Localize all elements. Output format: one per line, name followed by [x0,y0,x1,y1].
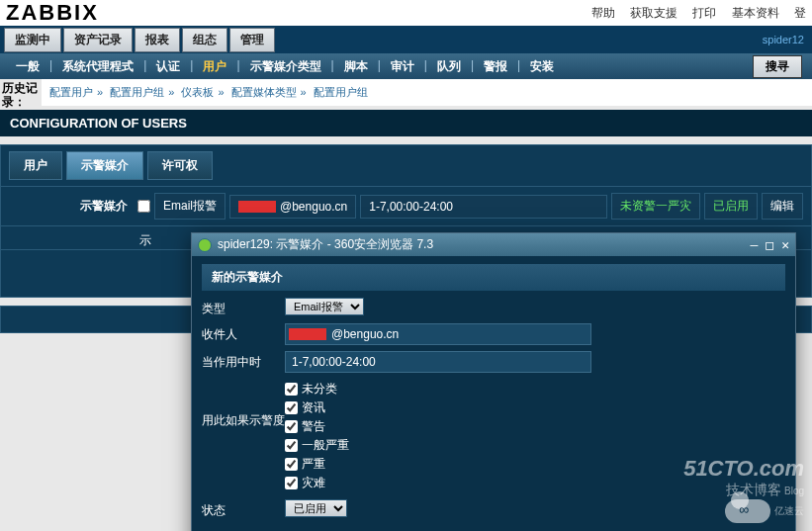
crumb-5[interactable]: 配置用户组 [314,86,368,98]
crumb-3[interactable]: 仪表板 [181,86,214,98]
media-sendto: @benguo.cn [229,195,356,219]
popup-title-text: spider129: 示警媒介 - 360安全浏览器 7.3 [218,236,745,253]
search-button[interactable]: 搜寻 [753,55,802,78]
link-help[interactable]: 帮助 [591,6,615,20]
submenu-general[interactable]: 一般 [10,58,45,75]
media-checkbox[interactable] [137,200,150,213]
submenu-users[interactable]: 用户 [197,58,232,75]
select-status[interactable]: 已启用 [285,499,347,517]
chk-sev-1[interactable] [285,401,298,414]
submenu-audit[interactable]: 审计 [385,58,420,75]
select-type[interactable]: Email报警 [285,298,364,315]
form-header: 新的示警媒介 [202,264,785,291]
tab-media[interactable]: 示警媒介 [66,151,143,180]
popup-titlebar[interactable]: spider129: 示警媒介 - 360安全浏览器 7.3 — □ ✕ [192,233,795,256]
close-icon[interactable]: ✕ [781,237,789,252]
tabs: 用户 示警媒介 许可权 [0,144,812,186]
link-print[interactable]: 打印 [692,6,716,20]
chk-sev-5[interactable] [285,477,298,489]
tab-user[interactable]: 用户 [9,151,62,180]
label-active: 当作用中时 [202,351,285,371]
submenu-queue[interactable]: 队列 [431,58,467,75]
link-login[interactable]: 登 [794,6,806,20]
crumb-2[interactable]: 配置用户组 [110,86,164,98]
top-links: 帮助 获取支援 打印 基本资料 登 [580,5,806,22]
minimize-icon[interactable]: — [751,237,759,252]
sub-menu: 一般| 系统代理程式| 认证| 用户| 示警媒介类型| 脚本| 审计| 队列| … [0,53,812,79]
logo: ZABBIX [6,0,99,26]
media-schedule: 1-7,00:00-24:00 [360,195,607,219]
menu-monitoring[interactable]: 监测中 [4,28,61,52]
page-title: CONFIGURATION OF USERS [0,110,812,136]
media-type: Email报警 [154,193,226,220]
chk-sev-2[interactable] [285,420,298,433]
tab-permissions[interactable]: 许可权 [147,151,213,180]
media-label: 示警媒介 [9,198,128,215]
input-recipient[interactable] [285,323,591,345]
label-type: 类型 [202,298,285,317]
menu-configuration[interactable]: 组态 [182,28,227,52]
spider-label: spider12 [763,34,808,45]
chk-sev-0[interactable] [285,383,298,396]
link-profile[interactable]: 基本资料 [732,6,779,20]
submenu-proxies[interactable]: 系统代理程式 [56,58,139,75]
label-status: 状态 [202,499,285,519]
submenu-scripts[interactable]: 脚本 [338,58,374,75]
menu-administration[interactable]: 管理 [229,28,275,52]
history-label: 历史记录： [2,81,38,109]
redacted-icon [238,201,276,213]
chk-sev-4[interactable] [285,458,298,471]
maximize-icon[interactable]: □ [766,237,773,252]
breadcrumb: 配置用户» 配置用户组» 仪表板» 配置媒体类型» 配置用户组 [42,79,812,106]
submenu-auth[interactable]: 认证 [150,58,186,75]
label-recipient: 收件人 [202,323,285,343]
media-row: 示警媒介 Email报警 @benguo.cn 1-7,00:00-24:00 … [0,186,812,226]
chk-sev-3[interactable] [285,439,298,452]
main-menu: 监测中 资产记录 报表 组态 管理 spider12 [0,26,812,53]
submenu-mediatypes[interactable]: 示警媒介类型 [244,58,327,75]
label-severity: 用此如果示警度 [202,379,285,429]
menu-inventory[interactable]: 资产记录 [63,28,133,52]
redacted-icon [289,328,326,340]
submenu-install[interactable]: 安装 [524,58,560,75]
media-severity: 未资警一严灾 [611,193,700,220]
media-status[interactable]: 已启用 [704,193,758,220]
crumb-4[interactable]: 配置媒体类型 [231,86,297,98]
input-active[interactable] [285,351,591,373]
popup-dialog: spider129: 示警媒介 - 360安全浏览器 7.3 — □ ✕ 新的示… [191,232,796,531]
link-support[interactable]: 获取支援 [630,6,677,20]
browser-icon [198,238,212,252]
submenu-alarms[interactable]: 警报 [478,58,513,75]
crumb-1[interactable]: 配置用户 [49,86,93,98]
media-edit[interactable]: 编辑 [762,193,803,220]
menu-reports[interactable]: 报表 [135,28,180,52]
